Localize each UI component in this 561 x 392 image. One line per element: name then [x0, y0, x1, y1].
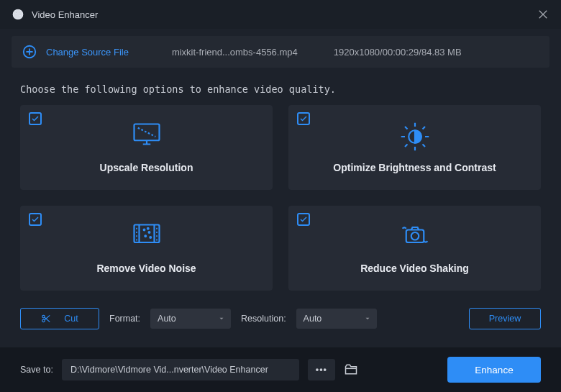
enhance-label: Enhance	[475, 365, 513, 375]
scissors-icon	[41, 314, 51, 324]
svg-point-11	[150, 237, 151, 238]
format-label: Format:	[109, 314, 140, 324]
save-path-field[interactable]: D:\Vidmore\Vidmore Vid...nverter\Video E…	[62, 359, 299, 380]
option-label: Optimize Brightness and Contrast	[333, 162, 496, 173]
save-to-label: Save to:	[20, 365, 53, 375]
controls-row: Cut Format: Auto Resolution: Auto Previe…	[20, 308, 541, 329]
open-folder-icon[interactable]	[344, 363, 358, 377]
brightness-icon	[400, 122, 430, 152]
option-label: Upscale Resolution	[100, 162, 193, 173]
cut-button[interactable]: Cut	[20, 308, 99, 329]
option-upscale-resolution[interactable]: Upscale Resolution	[20, 105, 273, 190]
browse-button[interactable]: •••	[308, 359, 335, 380]
preview-label: Preview	[489, 314, 521, 324]
checkbox-icon[interactable]	[29, 213, 42, 226]
titlebar: Video Enhancer	[0, 0, 561, 29]
svg-point-12	[147, 228, 148, 229]
enhance-button[interactable]: Enhance	[447, 357, 541, 383]
chevron-down-icon	[364, 315, 371, 322]
svg-point-15	[42, 315, 45, 318]
checkbox-icon[interactable]	[297, 112, 310, 125]
change-source-link[interactable]: Change Source File	[46, 47, 129, 58]
resolution-value: Auto	[304, 314, 322, 324]
source-filename: mixkit-friend...ombs-4556.mp4	[172, 47, 298, 58]
options-grid: Upscale Resolution Optimize Brightness a…	[20, 105, 541, 291]
add-circle-icon[interactable]	[22, 44, 37, 60]
chevron-down-icon	[218, 315, 225, 322]
preview-button[interactable]: Preview	[469, 308, 541, 329]
svg-point-16	[42, 319, 45, 322]
svg-point-14	[411, 232, 419, 240]
svg-point-8	[143, 229, 145, 231]
svg-point-9	[148, 232, 150, 233]
option-label: Remove Video Noise	[96, 263, 196, 274]
cut-label: Cut	[64, 314, 78, 324]
resolution-select[interactable]: Auto	[296, 309, 377, 329]
camera-shake-icon	[400, 222, 430, 252]
option-remove-noise[interactable]: Remove Video Noise	[20, 206, 273, 291]
format-value: Auto	[158, 314, 176, 324]
footer: Save to: D:\Vidmore\Vidmore Vid...nverte…	[0, 347, 561, 392]
option-label: Reduce Video Shaking	[360, 263, 469, 274]
source-row: Change Source File mixkit-friend...ombs-…	[12, 36, 549, 68]
film-noise-icon	[132, 222, 162, 252]
monitor-upscale-icon	[132, 122, 162, 152]
checkbox-icon[interactable]	[297, 213, 310, 226]
svg-rect-7	[134, 225, 159, 243]
svg-point-1	[16, 12, 17, 14]
checkbox-icon[interactable]	[29, 112, 42, 125]
format-select[interactable]: Auto	[150, 309, 231, 329]
prompt-text: Choose the following options to enhance …	[20, 83, 541, 95]
option-brightness-contrast[interactable]: Optimize Brightness and Contrast	[288, 105, 541, 190]
svg-rect-5	[134, 124, 159, 141]
close-icon[interactable]	[537, 8, 549, 21]
resolution-label: Resolution:	[241, 314, 286, 324]
option-reduce-shaking[interactable]: Reduce Video Shaking	[288, 206, 541, 291]
svg-point-3	[19, 14, 21, 16]
dots-label: •••	[316, 365, 327, 375]
source-info: 1920x1080/00:00:29/84.83 MB	[334, 47, 462, 58]
svg-point-2	[19, 12, 20, 13]
palette-icon	[12, 8, 24, 21]
save-path-value: D:\Vidmore\Vidmore Vid...nverter\Video E…	[70, 365, 268, 375]
svg-point-10	[145, 235, 146, 237]
window-title: Video Enhancer	[32, 9, 537, 20]
